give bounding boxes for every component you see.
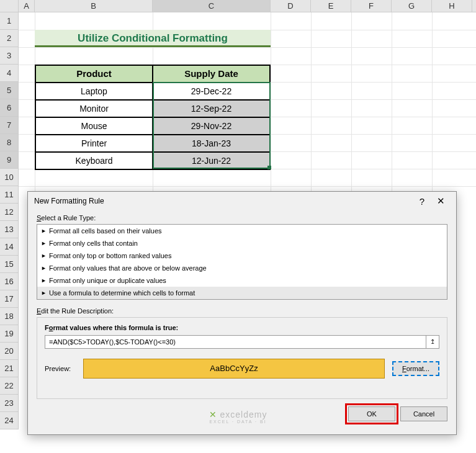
row-header-5[interactable]: 5 xyxy=(0,82,18,99)
table-header-product: Product xyxy=(35,65,153,83)
table-cell-product[interactable]: Monitor xyxy=(35,100,153,117)
rule-type-item[interactable]: ►Format only values that are above or be… xyxy=(37,262,447,274)
row-header-23[interactable]: 23 xyxy=(0,395,18,412)
help-button[interactable]: ? xyxy=(413,196,431,207)
collapse-dialog-button[interactable]: ↥ xyxy=(426,335,439,349)
rule-type-item[interactable]: ►Format only top or bottom ranked values xyxy=(37,249,447,262)
row-header-13[interactable]: 13 xyxy=(0,221,18,238)
row-header-19[interactable]: 19 xyxy=(0,325,18,343)
row-header-8[interactable]: 8 xyxy=(0,134,18,151)
preview-box: AaBbCcYyZz xyxy=(83,359,385,379)
table-cell-product[interactable]: Mouse xyxy=(35,117,153,135)
row-header-10[interactable]: 10 xyxy=(0,169,18,186)
rule-type-item[interactable]: ►Format only cells that contain xyxy=(37,237,447,249)
table-cell-date[interactable]: 18-Jan-23 xyxy=(153,135,270,152)
row-header-20[interactable]: 20 xyxy=(0,343,18,360)
arrow-icon: ► xyxy=(41,253,47,259)
data-table: Product Supply Date Laptop29-Dec-22 Moni… xyxy=(35,65,271,170)
col-header-H[interactable]: H xyxy=(432,0,472,12)
row-header-24[interactable]: 24 xyxy=(0,412,18,429)
preview-label: Preview: xyxy=(45,365,76,372)
close-button[interactable]: ✕ xyxy=(431,195,450,207)
table-cell-date[interactable]: 29-Nov-22 xyxy=(153,117,270,135)
col-header-A[interactable]: A xyxy=(19,0,35,12)
ok-button[interactable]: OK xyxy=(348,406,395,421)
select-rule-type-label: SSelect a Rule Type:elect a Rule Type: xyxy=(37,214,447,222)
row-header-15[interactable]: 15 xyxy=(0,256,18,273)
rule-type-list[interactable]: ►Format all cells based on their values … xyxy=(37,224,447,300)
row-header-2[interactable]: 2 xyxy=(0,30,18,47)
column-headers: A B C D E F G H xyxy=(0,0,476,12)
table-cell-date[interactable]: 29-Dec-22 xyxy=(153,83,270,100)
row-header-21[interactable]: 21 xyxy=(0,360,18,377)
format-button[interactable]: Format... xyxy=(392,361,439,376)
dialog-title-text: New Formatting Rule xyxy=(34,197,413,205)
arrow-icon: ► xyxy=(41,228,47,234)
rule-type-item[interactable]: ►Format all cells based on their values xyxy=(37,225,447,237)
row-header-1[interactable]: 1 xyxy=(0,12,18,30)
row-header-9[interactable]: 9 xyxy=(0,151,18,169)
col-header-F[interactable]: F xyxy=(351,0,392,12)
col-header-C[interactable]: C xyxy=(153,0,271,12)
arrow-icon: ► xyxy=(41,290,47,296)
row-header-18[interactable]: 18 xyxy=(0,308,18,325)
page-title: Utilize Conditional Formatting xyxy=(35,30,271,47)
row-header-14[interactable]: 14 xyxy=(0,238,18,256)
row-header-11[interactable]: 11 xyxy=(0,186,18,204)
col-header-G[interactable]: G xyxy=(392,0,432,12)
row-headers: 1 2 3 4 5 6 7 8 9 10 11 12 13 14 15 16 1… xyxy=(0,12,19,429)
table-cell-date[interactable]: 12-Jun-22 xyxy=(153,152,270,169)
row-header-16[interactable]: 16 xyxy=(0,273,18,290)
table-cell-date[interactable]: 12-Sep-22 xyxy=(153,100,270,117)
row-header-4[interactable]: 4 xyxy=(0,65,18,82)
row-header-12[interactable]: 12 xyxy=(0,204,18,221)
arrow-icon: ► xyxy=(41,240,47,246)
rule-type-item[interactable]: ►Format only unique or duplicate values xyxy=(37,274,447,287)
col-header-E[interactable]: E xyxy=(311,0,351,12)
select-all-corner[interactable] xyxy=(0,0,19,12)
edit-rule-description-label: Edit the Rule Description: xyxy=(37,307,447,315)
dialog-titlebar[interactable]: New Formatting Rule ? ✕ xyxy=(28,192,456,210)
row-header-17[interactable]: 17 xyxy=(0,290,18,308)
table-header-date: Supply Date xyxy=(153,65,270,83)
row-header-22[interactable]: 22 xyxy=(0,377,18,395)
table-cell-product[interactable]: Keyboard xyxy=(35,152,153,169)
formula-label: Format values where this formula is true… xyxy=(45,324,439,331)
arrow-icon: ► xyxy=(41,277,47,284)
rule-type-item[interactable]: ►Use a formula to determine which cells … xyxy=(37,287,447,299)
row-header-3[interactable]: 3 xyxy=(0,47,18,65)
row-header-6[interactable]: 6 xyxy=(0,99,18,117)
new-formatting-rule-dialog: New Formatting Rule ? ✕ SSelect a Rule T… xyxy=(27,191,457,435)
arrow-icon: ► xyxy=(41,265,47,271)
col-header-D[interactable]: D xyxy=(271,0,311,12)
cancel-button[interactable]: Cancel xyxy=(400,406,447,421)
formula-input[interactable] xyxy=(45,335,426,349)
table-cell-product[interactable]: Laptop xyxy=(35,83,153,100)
col-header-B[interactable]: B xyxy=(35,0,153,12)
table-cell-product[interactable]: Printer xyxy=(35,135,153,152)
row-header-7[interactable]: 7 xyxy=(0,117,18,134)
